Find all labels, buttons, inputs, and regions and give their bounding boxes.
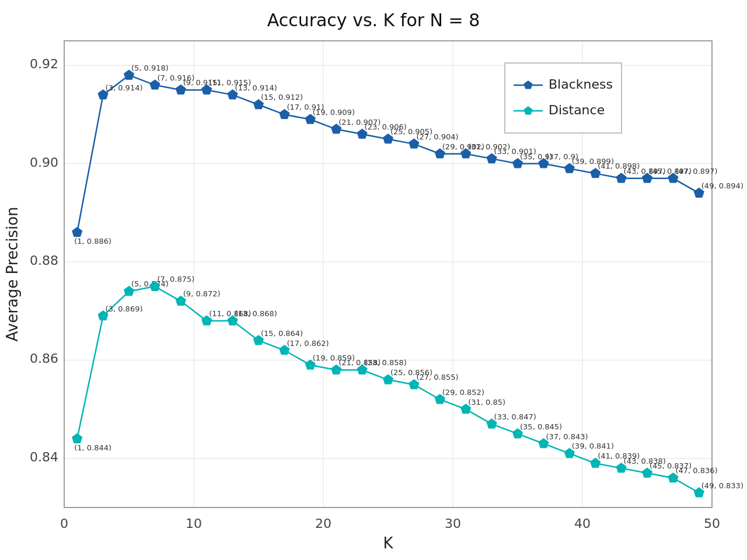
svg-text:10: 10 — [186, 516, 202, 531]
svg-text:(31, 0.85): (31, 0.85) — [468, 398, 505, 407]
svg-text:0: 0 — [60, 516, 68, 531]
svg-text:(13, 0.914): (13, 0.914) — [235, 83, 277, 92]
svg-text:(3, 0.869): (3, 0.869) — [106, 304, 143, 313]
svg-text:40: 40 — [574, 516, 591, 531]
svg-text:0.92: 0.92 — [30, 57, 58, 71]
svg-text:(47, 0.897): (47, 0.897) — [675, 167, 717, 176]
svg-text:(49, 0.894): (49, 0.894) — [701, 181, 743, 190]
svg-rect-78 — [505, 63, 622, 133]
svg-text:(27, 0.904): (27, 0.904) — [416, 132, 458, 141]
svg-text:20: 20 — [315, 516, 331, 531]
svg-text:(5, 0.918): (5, 0.918) — [131, 64, 169, 72]
svg-text:(15, 0.912): (15, 0.912) — [261, 93, 303, 102]
svg-text:(9, 0.872): (9, 0.872) — [183, 289, 221, 298]
svg-text:0.90: 0.90 — [30, 155, 58, 170]
svg-text:(39, 0.841): (39, 0.841) — [572, 442, 614, 450]
svg-text:(13, 0.868): (13, 0.868) — [235, 309, 277, 318]
svg-text:30: 30 — [445, 516, 461, 531]
svg-text:(7, 0.875): (7, 0.875) — [157, 275, 194, 284]
svg-text:(1, 0.844): (1, 0.844) — [74, 443, 111, 452]
svg-text:(27, 0.855): (27, 0.855) — [416, 373, 458, 382]
svg-text:(1, 0.886): (1, 0.886) — [74, 237, 111, 246]
svg-text:(47, 0.836): (47, 0.836) — [675, 466, 717, 475]
svg-text:50: 50 — [704, 516, 720, 531]
svg-text:(49, 0.833): (49, 0.833) — [701, 481, 743, 490]
svg-text:(37, 0.843): (37, 0.843) — [546, 432, 588, 441]
svg-text:Accuracy vs. K for N = 8: Accuracy vs. K for N = 8 — [267, 10, 480, 30]
svg-text:(29, 0.852): (29, 0.852) — [442, 388, 484, 397]
svg-text:K: K — [383, 534, 393, 552]
svg-text:Distance: Distance — [549, 103, 605, 117]
svg-text:Average Precision: Average Precision — [4, 206, 21, 341]
svg-text:(33, 0.847): (33, 0.847) — [494, 412, 536, 421]
svg-text:0.84: 0.84 — [30, 450, 58, 464]
chart-svg: 0.840.860.880.900.9201020304050KAverage … — [0, 0, 747, 560]
svg-text:(35, 0.845): (35, 0.845) — [520, 422, 562, 431]
svg-text:Blackness: Blackness — [549, 77, 613, 92]
svg-text:(17, 0.862): (17, 0.862) — [287, 339, 329, 348]
chart-container: 0.840.860.880.900.9201020304050KAverage … — [0, 0, 747, 560]
svg-text:(3, 0.914): (3, 0.914) — [106, 83, 143, 92]
svg-text:(15, 0.864): (15, 0.864) — [261, 329, 303, 338]
svg-text:(19, 0.909): (19, 0.909) — [313, 108, 355, 117]
svg-text:0.88: 0.88 — [30, 253, 58, 268]
svg-text:(23, 0.858): (23, 0.858) — [365, 358, 407, 367]
svg-text:0.86: 0.86 — [30, 351, 58, 366]
